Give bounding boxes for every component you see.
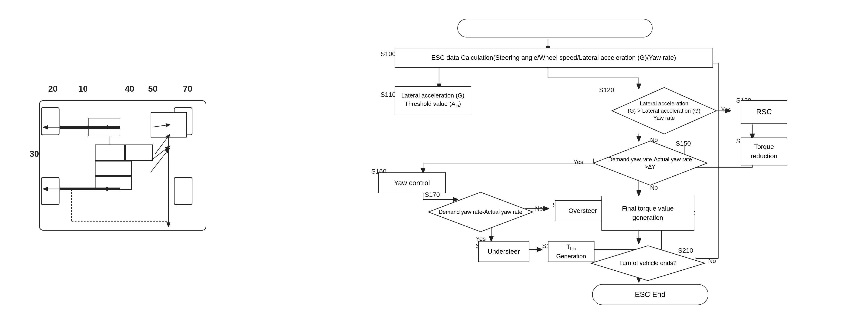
wheel-rear-left [41, 177, 60, 205]
s100-label: S100 [381, 50, 396, 58]
label-10: 10 [79, 84, 88, 94]
wheel-front-left [41, 107, 60, 135]
s160-box: Yaw control [378, 172, 446, 193]
right-flowchart: S100 ESC data Calculation(Steering angle… [253, 14, 843, 312]
left-diagram: 20 10 40 50 70 30 [25, 82, 234, 245]
label-50: 50 [148, 84, 158, 94]
motor [125, 144, 153, 161]
wheel-rear-right [174, 177, 192, 205]
s210-diamond: Turn of vehicle ends? [590, 245, 706, 282]
driveshaft-front [60, 126, 120, 129]
s130-box: RSC [741, 100, 787, 124]
title-turn-start [457, 19, 653, 37]
s170-diamond: Demand yaw rate-Actual yaw rate [427, 191, 534, 233]
control-unit-1 [95, 161, 132, 176]
label-30: 30 [30, 149, 39, 159]
s140-box: Torquereduction [741, 137, 787, 165]
gearbox [95, 144, 125, 161]
s200-box: Final torque valuegeneration [601, 196, 694, 230]
s185-box: Understeer [478, 241, 529, 262]
s120-yes: Yes [721, 106, 731, 113]
s110-label: S110 [381, 91, 396, 99]
esc-end-box: ESC End [592, 284, 708, 305]
main-container: 20 10 40 50 70 30 [16, 12, 852, 315]
label-40: 40 [125, 84, 134, 94]
s150-diamond: Demand yaw rate-Actual yaw rate>ΔY [592, 140, 708, 186]
label-20: 20 [48, 84, 58, 94]
ecu-box [151, 112, 187, 137]
driveshaft-rear [60, 188, 120, 190]
s150-yes: Yes [574, 159, 583, 166]
s100-box: ESC data Calculation(Steering angle/Whee… [395, 48, 713, 68]
s150-no: No [650, 184, 658, 191]
s170-no: No [535, 205, 543, 212]
label-70: 70 [183, 84, 192, 94]
s195-box: TbinGeneration [548, 241, 594, 262]
s210-no: No [708, 257, 716, 265]
s110-box: Lateral acceleration (G)Threshold value … [395, 86, 471, 114]
s120-diamond: Lateral acceleration(G) > Lateral accele… [611, 86, 718, 135]
